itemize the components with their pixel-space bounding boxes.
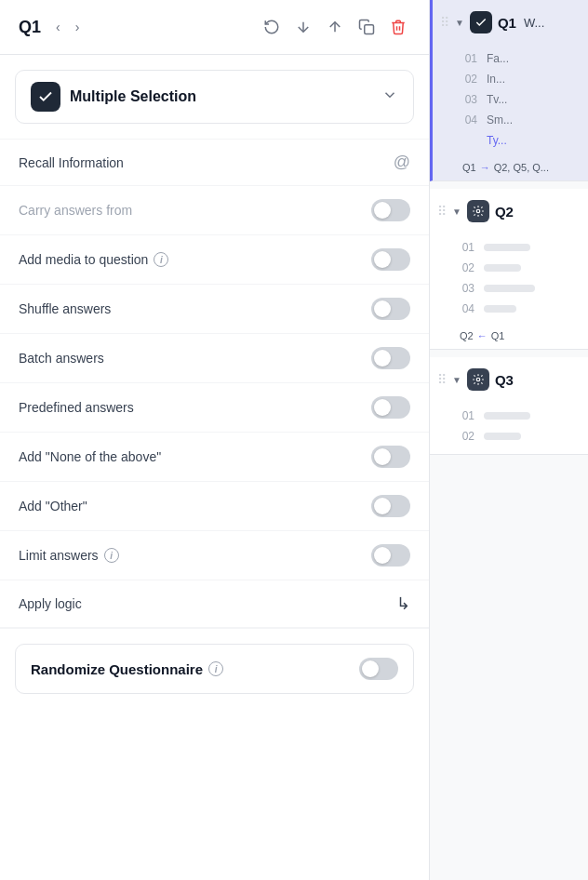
recall-info-label: Recall Information bbox=[19, 155, 124, 170]
add-other-toggle[interactable] bbox=[371, 495, 410, 517]
list-item: 03 bbox=[460, 278, 581, 299]
list-item: 02 In... bbox=[462, 69, 581, 89]
q2-logic-arrow-icon: ← bbox=[477, 330, 488, 341]
predefined-answers-slider bbox=[371, 396, 410, 419]
add-other-label: Add "Other" bbox=[19, 499, 87, 513]
answer-num: 01 bbox=[460, 409, 474, 422]
q2-header: ⠿ ▼ Q2 bbox=[430, 189, 588, 233]
shuffle-answers-slider bbox=[371, 298, 410, 320]
list-item: 01 bbox=[460, 237, 581, 258]
q2-expand-button[interactable]: ▼ bbox=[452, 207, 461, 217]
predefined-answers-toggle[interactable] bbox=[371, 396, 410, 419]
answer-num: 02 bbox=[462, 73, 477, 86]
at-icon: @ bbox=[394, 153, 410, 172]
answer-text: Tv... bbox=[487, 93, 507, 106]
apply-logic-row[interactable]: Apply logic ↳ bbox=[0, 580, 429, 628]
panel-header: Q1 ‹ › bbox=[0, 0, 429, 55]
shuffle-answers-row: Shuffle answers bbox=[0, 285, 429, 334]
move-up-button[interactable] bbox=[323, 15, 347, 39]
q1-answer-rows: 01 Fa... 02 In... 03 Tv... 04 Sm... Ty..… bbox=[433, 45, 588, 158]
q1-drag-icon[interactable]: ⠿ bbox=[440, 15, 449, 30]
answer-text: Sm... bbox=[487, 113, 513, 127]
q2-number: Q2 bbox=[495, 204, 514, 220]
none-of-above-slider bbox=[371, 446, 410, 468]
rotate-button[interactable] bbox=[260, 15, 284, 39]
q2-logic-label: Q2 bbox=[460, 330, 474, 341]
type-left: Multiple Selection bbox=[31, 82, 196, 112]
randomize-left: Randomize Questionnaire i bbox=[31, 661, 223, 677]
list-item: 04 bbox=[460, 299, 581, 319]
type-label: Multiple Selection bbox=[70, 88, 196, 105]
svg-rect-2 bbox=[365, 25, 374, 34]
q3-icon-badge bbox=[467, 368, 489, 391]
q2-answer-rows: 01 02 03 04 bbox=[430, 233, 588, 327]
batch-answers-toggle[interactable] bbox=[371, 347, 410, 369]
add-other-row: Add "Other" bbox=[0, 482, 429, 531]
limit-answers-row: Limit answers i bbox=[0, 531, 429, 580]
q1-title: W... bbox=[524, 16, 544, 30]
answer-text-type: Ty... bbox=[487, 134, 507, 147]
carry-answers-toggle[interactable] bbox=[371, 199, 410, 221]
q1-card: ⠿ ▼ Q1 W... 01 Fa... 02 In... 03 Tv... 0… bbox=[430, 0, 588, 181]
q2-drag-icon[interactable]: ⠿ bbox=[437, 204, 447, 219]
q1-expand-button[interactable]: ▼ bbox=[455, 18, 464, 28]
settings-list: Recall Information @ Carry answers from … bbox=[0, 140, 429, 628]
q1-logic-arrow-icon: → bbox=[480, 162, 490, 173]
q1-logic-targets: Q2, Q5, Q... bbox=[494, 162, 549, 173]
list-item: 04 Sm... bbox=[462, 110, 581, 130]
randomize-label: Randomize Questionnaire bbox=[31, 661, 203, 677]
randomize-section: Randomize Questionnaire i bbox=[15, 644, 414, 694]
q2-icon-badge bbox=[467, 200, 489, 222]
limit-answers-toggle[interactable] bbox=[371, 544, 410, 567]
answer-text: Fa... bbox=[487, 52, 509, 65]
copy-button[interactable] bbox=[354, 15, 379, 39]
add-media-label: Add media to question i bbox=[19, 252, 168, 267]
shuffle-answers-toggle[interactable] bbox=[371, 298, 410, 320]
question-type-selector[interactable]: Multiple Selection bbox=[15, 70, 414, 124]
svg-point-4 bbox=[476, 378, 480, 381]
list-item: 01 bbox=[460, 406, 581, 426]
none-of-above-toggle[interactable] bbox=[371, 446, 410, 468]
none-of-above-row: Add "None of the above" bbox=[0, 433, 429, 482]
type-icon bbox=[31, 82, 60, 112]
answer-num: 01 bbox=[462, 52, 477, 65]
randomize-toggle[interactable] bbox=[359, 658, 398, 680]
q1-logic-source: Q1 bbox=[462, 162, 476, 173]
q1-number: Q1 bbox=[498, 15, 516, 31]
limit-answers-slider bbox=[371, 544, 410, 567]
q2-logic-badge: Q2 ← Q1 bbox=[430, 327, 588, 349]
list-item: Ty... bbox=[462, 130, 581, 151]
limit-answers-info-icon: i bbox=[104, 548, 119, 563]
delete-button[interactable] bbox=[386, 15, 410, 39]
add-media-toggle[interactable] bbox=[371, 248, 410, 271]
q3-card: ⠿ ▼ Q3 01 02 bbox=[430, 357, 588, 455]
list-item: 02 bbox=[460, 426, 581, 447]
answer-num: 02 bbox=[460, 261, 474, 274]
predefined-answers-row: Predefined answers bbox=[0, 383, 429, 433]
answer-bar bbox=[484, 433, 521, 440]
q1-icon-badge bbox=[470, 11, 492, 33]
answer-bar bbox=[484, 305, 516, 313]
q3-number: Q3 bbox=[495, 372, 514, 388]
answer-num: 04 bbox=[462, 113, 477, 127]
carry-answers-row: Carry answers from bbox=[0, 186, 429, 235]
divider-2 bbox=[0, 628, 429, 629]
add-media-row: Add media to question i bbox=[0, 235, 429, 285]
chevron-down-icon bbox=[381, 87, 398, 107]
q3-expand-button[interactable]: ▼ bbox=[452, 375, 461, 385]
q3-drag-icon[interactable]: ⠿ bbox=[437, 372, 447, 387]
question-label: Q1 bbox=[19, 18, 41, 37]
recall-info-row: Recall Information @ bbox=[0, 140, 429, 186]
nav-next-button[interactable]: › bbox=[72, 18, 84, 36]
nav-prev-button[interactable]: ‹ bbox=[52, 18, 64, 36]
header-actions bbox=[260, 15, 410, 39]
shuffle-answers-label: Shuffle answers bbox=[19, 301, 111, 316]
list-item: 02 bbox=[460, 258, 581, 278]
answer-num: 02 bbox=[460, 430, 474, 443]
answer-num: 01 bbox=[460, 241, 474, 254]
q1-logic-badge: Q1 → Q2, Q5, Q... bbox=[433, 158, 588, 180]
move-down-button[interactable] bbox=[291, 15, 315, 39]
batch-answers-slider bbox=[371, 347, 410, 369]
batch-answers-row: Batch answers bbox=[0, 334, 429, 383]
limit-answers-label: Limit answers i bbox=[19, 548, 119, 563]
